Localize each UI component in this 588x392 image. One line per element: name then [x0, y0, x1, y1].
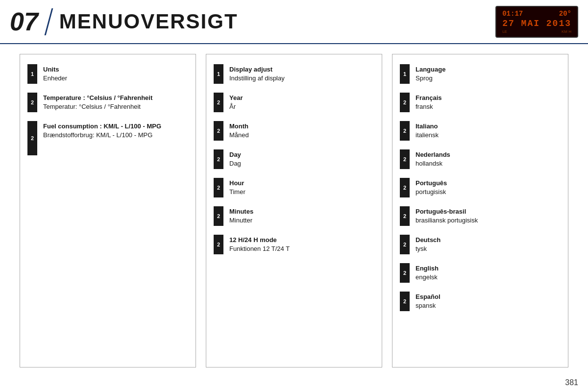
menu-line2: Temperatur: °Celsius / °Fahrenheit — [43, 102, 152, 111]
menu-text: HourTimer — [229, 178, 245, 196]
menu-line2: Funktionen 12 T/24 T — [229, 245, 290, 253]
menu-text: LanguageSprog — [416, 64, 445, 83]
menu-badge: 2 — [400, 178, 410, 197]
chapter-title: MENUOVERSIGT — [59, 10, 238, 33]
menu-line2: fransk — [416, 102, 441, 111]
menu-badge: 2 — [214, 206, 223, 226]
menu-line2: portugisisk — [416, 188, 447, 196]
menu-badge: 2 — [400, 149, 410, 169]
list-item: 2Fuel consumption : KM/L - L/100 - MPGBr… — [27, 121, 188, 155]
list-item: 1UnitsEnheder — [27, 64, 188, 84]
menu-line1: Fuel consumption : KM/L - L/100 - MPG — [43, 122, 161, 131]
menu-line1: Year — [229, 94, 243, 102]
menu-line1: Temperature : °Celsius / °Fahrenheit — [43, 94, 152, 102]
menu-line2: Måned — [229, 131, 249, 140]
menu-badge: 2 — [400, 93, 410, 112]
menu-line2: Dag — [229, 159, 241, 168]
header-title-area: 07 MENUOVERSIGT — [10, 7, 495, 36]
menu-badge: 2 — [214, 235, 223, 254]
menu-line1: Units — [43, 65, 67, 74]
menu-badge: 2 — [214, 121, 223, 141]
menu-badge: 2 — [400, 292, 410, 311]
menu-text: Englishengelsk — [416, 263, 439, 282]
menu-line1: Português-brasil — [416, 207, 478, 216]
dashboard-time: 01:17 — [502, 10, 523, 18]
menu-line2: tysk — [416, 245, 441, 253]
list-item: 1Display adjustIndstilling af display — [214, 64, 374, 84]
menu-line2: Indstilling af display — [229, 74, 285, 83]
menu-text: Deutschtysk — [416, 235, 441, 253]
list-item: 2Deutschtysk — [400, 235, 561, 254]
list-item: 2Españolspansk — [400, 292, 561, 311]
menu-text: MinutesMinutter — [229, 206, 253, 225]
menu-line2: italiensk — [416, 131, 439, 140]
menu-line1: Deutsch — [416, 236, 441, 245]
menu-line2: Sprog — [416, 74, 445, 83]
panel-language: 1LanguageSprog2Françaisfransk2Italianoit… — [392, 54, 568, 368]
menu-line1: Minutes — [229, 207, 253, 216]
menu-line2: brasiliansk portugisisk — [416, 216, 478, 225]
menu-line2: Enheder — [43, 74, 67, 83]
menu-text: Españolspansk — [416, 292, 441, 310]
menu-line1: Español — [416, 293, 441, 301]
menu-badge: 2 — [27, 93, 37, 112]
dashboard-top-row: 01:17 20° — [502, 10, 571, 18]
menu-line1: Month — [229, 122, 249, 131]
menu-text: YearÅr — [229, 93, 243, 111]
menu-line1: Language — [416, 65, 445, 74]
chapter-number: 07 — [10, 7, 38, 36]
menu-text: Fuel consumption : KM/L - L/100 - MPGBræ… — [43, 121, 161, 140]
menu-line1: Day — [229, 150, 241, 159]
menu-line2: År — [229, 102, 243, 111]
menu-badge: 1 — [214, 64, 223, 84]
menu-text: Portuguêsportugisisk — [416, 178, 447, 196]
menu-text: Nederlandshollandsk — [416, 149, 450, 168]
menu-badge: 2 — [27, 121, 37, 155]
list-item: 212 H/24 H modeFunktionen 12 T/24 T — [214, 235, 374, 254]
header: 07 MENUOVERSIGT 01:17 20° 27 MAI 2013 LE… — [0, 0, 588, 44]
list-item: 2Temperature : °Celsius / °FahrenheitTem… — [27, 93, 188, 112]
menu-badge: 2 — [214, 93, 223, 112]
dashboard-date: 27 MAI 2013 — [502, 19, 571, 28]
list-item: 2MinutesMinutter — [214, 206, 374, 226]
menu-badge: 2 — [400, 121, 410, 141]
menu-line1: Français — [416, 94, 441, 102]
list-item: 2YearÅr — [214, 93, 374, 112]
menu-line1: English — [416, 264, 439, 273]
dashboard-temp: 20° — [559, 10, 571, 18]
menu-line1: Hour — [229, 179, 245, 188]
menu-text: MonthMåned — [229, 121, 249, 140]
main-content: 1UnitsEnheder2Temperature : °Celsius / °… — [0, 44, 588, 377]
panel-display: 1Display adjustIndstilling af display2Ye… — [206, 54, 382, 368]
menu-line2: engelsk — [416, 273, 439, 282]
dashboard-bottom-right: KM H — [562, 29, 571, 34]
menu-text: Display adjustIndstilling af display — [229, 64, 285, 83]
list-item: 2Italianoitaliensk — [400, 121, 561, 141]
list-item: 2HourTimer — [214, 178, 374, 197]
list-item: 2Portuguêsportugisisk — [400, 178, 561, 197]
menu-line1: Display adjust — [229, 65, 285, 74]
list-item: 2DayDag — [214, 149, 374, 169]
menu-line2: hollandsk — [416, 159, 450, 168]
list-item: 2Nederlandshollandsk — [400, 149, 561, 169]
menu-text: Português-brasilbrasiliansk portugisisk — [416, 206, 478, 225]
dashboard-display: 01:17 20° 27 MAI 2013 LE KM H — [495, 6, 578, 38]
menu-line1: Italiano — [416, 122, 439, 131]
menu-line1: 12 H/24 H mode — [229, 236, 290, 245]
menu-badge: 1 — [27, 64, 37, 84]
menu-line2: spansk — [416, 301, 441, 310]
list-item: 2Português-brasilbrasiliansk portugisisk — [400, 206, 561, 226]
list-item: 1LanguageSprog — [400, 64, 561, 84]
menu-text: 12 H/24 H modeFunktionen 12 T/24 T — [229, 235, 290, 253]
menu-badge: 2 — [214, 178, 223, 197]
menu-line1: Português — [416, 179, 447, 188]
list-item: 2Englishengelsk — [400, 263, 561, 283]
menu-badge: 2 — [400, 206, 410, 226]
menu-text: UnitsEnheder — [43, 64, 67, 83]
list-item: 2Françaisfransk — [400, 93, 561, 112]
menu-text: DayDag — [229, 149, 241, 168]
dashboard-bottom-left: LE — [502, 29, 507, 34]
header-divider — [44, 8, 53, 35]
menu-line1: Nederlands — [416, 150, 450, 159]
menu-line2: Minutter — [229, 216, 253, 225]
